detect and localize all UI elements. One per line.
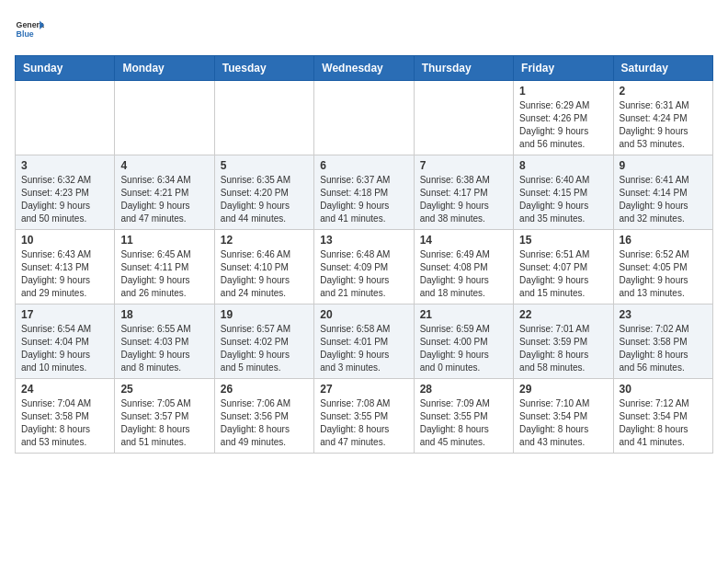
calendar-cell: 10Sunrise: 6:43 AM Sunset: 4:13 PM Dayli… [16, 230, 115, 304]
calendar-cell: 4Sunrise: 6:34 AM Sunset: 4:21 PM Daylig… [115, 155, 214, 230]
calendar-cell: 3Sunrise: 6:32 AM Sunset: 4:23 PM Daylig… [16, 155, 115, 230]
calendar-cell: 5Sunrise: 6:35 AM Sunset: 4:20 PM Daylig… [214, 155, 313, 230]
day-number: 18 [120, 308, 208, 321]
day-info: Sunrise: 6:54 AM Sunset: 4:04 PM Dayligh… [21, 323, 108, 374]
calendar-cell: 26Sunrise: 7:06 AM Sunset: 3:56 PM Dayli… [214, 379, 313, 454]
day-info: Sunrise: 6:48 AM Sunset: 4:09 PM Dayligh… [320, 248, 407, 300]
calendar-cell [314, 81, 414, 155]
day-info: Sunrise: 7:10 AM Sunset: 3:54 PM Dayligh… [519, 397, 607, 449]
day-info: Sunrise: 7:04 AM Sunset: 3:58 PM Dayligh… [21, 397, 108, 449]
calendar-cell: 18Sunrise: 6:55 AM Sunset: 4:03 PM Dayli… [115, 304, 214, 379]
calendar-week-1: 1Sunrise: 6:29 AM Sunset: 4:26 PM Daylig… [16, 81, 713, 155]
calendar-cell [115, 81, 214, 155]
calendar-cell: 13Sunrise: 6:48 AM Sunset: 4:09 PM Dayli… [314, 230, 414, 304]
calendar-cell: 2Sunrise: 6:31 AM Sunset: 4:24 PM Daylig… [613, 81, 712, 155]
day-info: Sunrise: 6:57 AM Sunset: 4:02 PM Dayligh… [221, 323, 308, 374]
day-number: 10 [21, 234, 108, 247]
day-number: 6 [320, 159, 407, 172]
day-info: Sunrise: 6:43 AM Sunset: 4:13 PM Dayligh… [21, 248, 108, 300]
day-number: 14 [420, 234, 507, 247]
calendar-cell: 29Sunrise: 7:10 AM Sunset: 3:54 PM Dayli… [514, 379, 613, 454]
calendar-cell: 27Sunrise: 7:08 AM Sunset: 3:55 PM Dayli… [314, 379, 414, 454]
calendar-cell: 24Sunrise: 7:04 AM Sunset: 3:58 PM Dayli… [16, 379, 115, 454]
day-number: 17 [21, 308, 108, 321]
calendar-header: SundayMondayTuesdayWednesdayThursdayFrid… [16, 56, 713, 81]
day-info: Sunrise: 6:59 AM Sunset: 4:00 PM Dayligh… [420, 323, 507, 374]
weekday-header-sunday: Sunday [16, 56, 115, 81]
calendar-cell: 8Sunrise: 6:40 AM Sunset: 4:15 PM Daylig… [514, 155, 613, 230]
weekday-header-row: SundayMondayTuesdayWednesdayThursdayFrid… [16, 56, 713, 81]
day-number: 28 [420, 383, 507, 396]
day-number: 15 [519, 234, 607, 247]
calendar-week-4: 17Sunrise: 6:54 AM Sunset: 4:04 PM Dayli… [16, 304, 713, 379]
day-number: 9 [620, 159, 707, 172]
calendar-week-2: 3Sunrise: 6:32 AM Sunset: 4:23 PM Daylig… [16, 155, 713, 230]
day-info: Sunrise: 6:52 AM Sunset: 4:05 PM Dayligh… [620, 248, 707, 300]
day-number: 27 [320, 383, 407, 396]
day-info: Sunrise: 6:46 AM Sunset: 4:10 PM Dayligh… [221, 248, 308, 300]
weekday-header-monday: Monday [115, 56, 214, 81]
day-info: Sunrise: 6:51 AM Sunset: 4:07 PM Dayligh… [519, 248, 607, 300]
calendar-cell: 11Sunrise: 6:45 AM Sunset: 4:11 PM Dayli… [115, 230, 214, 304]
day-info: Sunrise: 7:12 AM Sunset: 3:54 PM Dayligh… [620, 397, 707, 449]
weekday-header-friday: Friday [514, 56, 613, 81]
day-info: Sunrise: 6:38 AM Sunset: 4:17 PM Dayligh… [420, 174, 507, 225]
svg-text:Blue: Blue [17, 29, 34, 39]
logo-icon: General Blue [15, 15, 44, 44]
weekday-header-wednesday: Wednesday [314, 56, 414, 81]
day-number: 12 [221, 234, 308, 247]
calendar-week-3: 10Sunrise: 6:43 AM Sunset: 4:13 PM Dayli… [16, 230, 713, 304]
day-number: 30 [620, 383, 707, 396]
calendar-cell: 23Sunrise: 7:02 AM Sunset: 3:58 PM Dayli… [613, 304, 712, 379]
calendar-cell: 9Sunrise: 6:41 AM Sunset: 4:14 PM Daylig… [613, 155, 712, 230]
calendar-cell: 14Sunrise: 6:49 AM Sunset: 4:08 PM Dayli… [414, 230, 513, 304]
calendar-cell: 30Sunrise: 7:12 AM Sunset: 3:54 PM Dayli… [613, 379, 712, 454]
day-info: Sunrise: 7:02 AM Sunset: 3:58 PM Dayligh… [620, 323, 707, 374]
day-info: Sunrise: 6:55 AM Sunset: 4:03 PM Dayligh… [120, 323, 208, 374]
day-number: 4 [120, 159, 208, 172]
calendar-cell: 12Sunrise: 6:46 AM Sunset: 4:10 PM Dayli… [214, 230, 313, 304]
calendar-cell: 28Sunrise: 7:09 AM Sunset: 3:55 PM Dayli… [414, 379, 513, 454]
day-info: Sunrise: 6:40 AM Sunset: 4:15 PM Dayligh… [519, 174, 607, 225]
day-number: 23 [620, 308, 707, 321]
day-number: 24 [21, 383, 108, 396]
calendar-cell [16, 81, 115, 155]
calendar-cell: 21Sunrise: 6:59 AM Sunset: 4:00 PM Dayli… [414, 304, 513, 379]
day-number: 11 [120, 234, 208, 247]
weekday-header-tuesday: Tuesday [214, 56, 313, 81]
day-number: 7 [420, 159, 507, 172]
day-info: Sunrise: 6:37 AM Sunset: 4:18 PM Dayligh… [320, 174, 407, 225]
day-number: 25 [120, 383, 208, 396]
calendar-body: 1Sunrise: 6:29 AM Sunset: 4:26 PM Daylig… [16, 81, 713, 454]
calendar-cell: 1Sunrise: 6:29 AM Sunset: 4:26 PM Daylig… [514, 81, 613, 155]
day-number: 29 [519, 383, 607, 396]
calendar-week-5: 24Sunrise: 7:04 AM Sunset: 3:58 PM Dayli… [16, 379, 713, 454]
weekday-header-saturday: Saturday [613, 56, 712, 81]
day-number: 16 [620, 234, 707, 247]
day-number: 20 [320, 308, 407, 321]
calendar-cell: 20Sunrise: 6:58 AM Sunset: 4:01 PM Dayli… [314, 304, 414, 379]
day-number: 3 [21, 159, 108, 172]
calendar-cell [214, 81, 313, 155]
calendar-cell [414, 81, 513, 155]
day-info: Sunrise: 7:05 AM Sunset: 3:57 PM Dayligh… [120, 397, 208, 449]
day-info: Sunrise: 6:29 AM Sunset: 4:26 PM Dayligh… [519, 99, 607, 151]
day-info: Sunrise: 7:08 AM Sunset: 3:55 PM Dayligh… [320, 397, 407, 449]
day-info: Sunrise: 6:49 AM Sunset: 4:08 PM Dayligh… [420, 248, 507, 300]
day-number: 1 [519, 85, 607, 98]
calendar-cell: 7Sunrise: 6:38 AM Sunset: 4:17 PM Daylig… [414, 155, 513, 230]
day-number: 13 [320, 234, 407, 247]
day-info: Sunrise: 7:06 AM Sunset: 3:56 PM Dayligh… [221, 397, 308, 449]
day-number: 2 [620, 85, 707, 98]
logo: General Blue [15, 15, 44, 44]
day-info: Sunrise: 6:45 AM Sunset: 4:11 PM Dayligh… [120, 248, 208, 300]
weekday-header-thursday: Thursday [414, 56, 513, 81]
day-info: Sunrise: 7:09 AM Sunset: 3:55 PM Dayligh… [420, 397, 507, 449]
day-number: 21 [420, 308, 507, 321]
calendar-cell: 19Sunrise: 6:57 AM Sunset: 4:02 PM Dayli… [214, 304, 313, 379]
calendar-table: SundayMondayTuesdayWednesdayThursdayFrid… [15, 55, 713, 454]
day-number: 19 [221, 308, 308, 321]
day-info: Sunrise: 6:34 AM Sunset: 4:21 PM Dayligh… [120, 174, 208, 225]
day-number: 5 [221, 159, 308, 172]
day-info: Sunrise: 6:41 AM Sunset: 4:14 PM Dayligh… [620, 174, 707, 225]
